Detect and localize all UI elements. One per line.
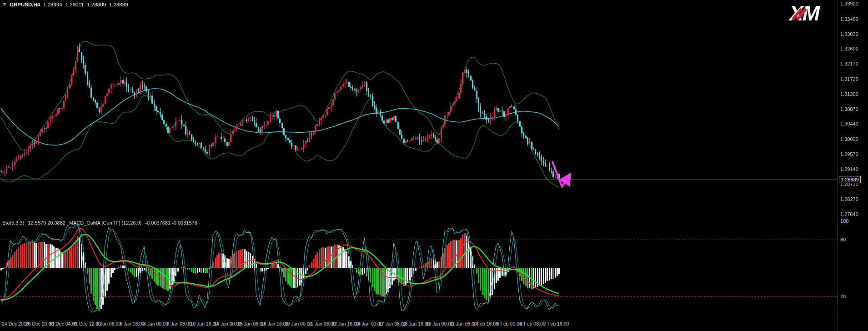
macd-osma-values: -0.0037681 -0.0031576 (145, 220, 197, 226)
indicator-canvas[interactable] (0, 218, 838, 318)
price-axis[interactable]: 1.28839 1.339001.334601.330301.326001.32… (839, 0, 868, 218)
stochastic-values: 12.5579 20.0882 (28, 220, 65, 226)
xm-logo: XM (789, 1, 840, 26)
macd-osma-label: MACD_OsMA [CurrTF] (12,26,9) (69, 220, 142, 226)
time-axis-label: 9 Jan 08:00 (167, 321, 192, 326)
quote-close: 1.28839 (109, 2, 128, 7)
symbol-period-label: GBPUSD,H4 (10, 2, 40, 7)
time-axis-label: 3 Feb 16:00 (473, 321, 498, 326)
chart-title: GBPUSD,H4 1.28994 1.29011 1.28809 1.2883… (3, 2, 128, 7)
indicator-axis-label: 100 (840, 218, 848, 224)
price-axis-label: 1.29140 (840, 166, 858, 172)
indicator-header: Sto(5,3,3) 12.5579 20.0882 MACD_OsMA [Cu… (2, 220, 197, 226)
time-axis-label: 7 Feb 16:00 (543, 321, 569, 326)
current-price-tag: 1.28839 (839, 176, 861, 183)
price-axis-label: 1.30440 (840, 121, 858, 126)
indicator-axis-label: 80 (840, 237, 846, 242)
price-axis-label: 1.27840 (840, 211, 858, 217)
time-axis-label: 5 Feb 00:00 (497, 321, 522, 326)
quote-low: 1.28809 (87, 2, 106, 7)
price-axis-label: 1.30000 (840, 136, 858, 142)
price-axis-label: 1.30870 (840, 106, 858, 112)
stochastic-label: Sto(5,3,3) (2, 220, 24, 226)
time-axis-label: 6 Feb 08:00 (520, 321, 546, 326)
price-axis-label: 1.28270 (840, 196, 858, 202)
indicator-axis-label: 20 (840, 294, 846, 299)
quote-open: 1.28994 (43, 2, 62, 7)
time-axis[interactable]: 24 Dec 201926 Dec 20:0030 Dec 04:0031 De… (0, 318, 839, 331)
mt4-chart-window: GBPUSD,H4 1.28994 1.29011 1.28809 1.2883… (0, 0, 868, 331)
time-axis-label: 6 Jan 16:00 (120, 321, 145, 326)
indicator-axis[interactable]: 1008020 (839, 218, 868, 318)
price-axis-label: 1.33030 (840, 31, 858, 37)
price-chart-canvas[interactable] (0, 0, 838, 218)
time-axis-label: 8 Jan 00:00 (143, 321, 168, 326)
symbol-marker-icon (3, 3, 6, 6)
quote-high: 1.29011 (65, 2, 84, 7)
price-axis-label: 1.31730 (840, 76, 858, 82)
price-axis-label: 1.29570 (840, 151, 858, 157)
time-axis-label: 24 Dec 2019 (2, 321, 29, 326)
price-axis-label: 1.32170 (840, 61, 858, 66)
price-axis-label: 1.33900 (840, 1, 858, 6)
axis-separator-vertical (838, 0, 838, 331)
time-axis-label: 3 Jan 08:00 (96, 321, 121, 326)
price-axis-label: 1.31300 (840, 91, 858, 97)
price-axis-label: 1.32600 (840, 46, 858, 51)
price-axis-label: 1.33460 (840, 16, 858, 22)
